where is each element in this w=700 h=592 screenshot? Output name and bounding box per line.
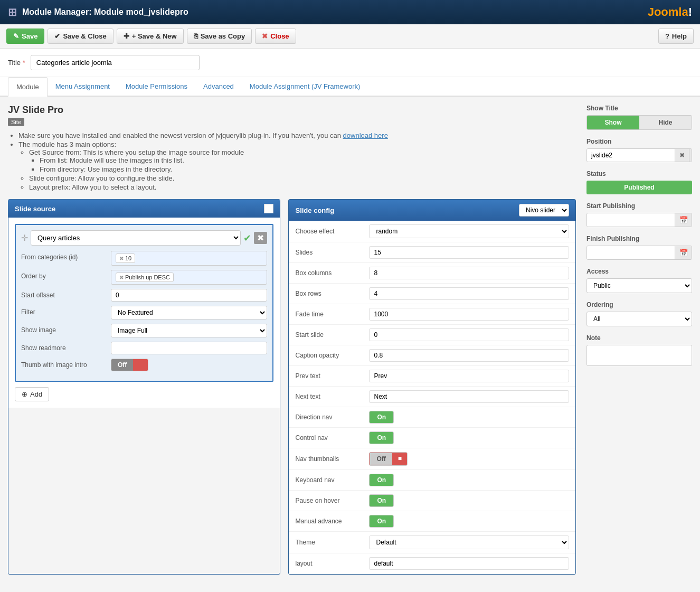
plus-circle-icon: ⊕ bbox=[22, 390, 27, 398]
thumb-intro-toggle[interactable]: Off bbox=[111, 359, 148, 371]
query-inner: ✛ Query articles ✔ ✖ From categories (id… bbox=[15, 224, 273, 382]
filter-select[interactable]: No Featured Featured bbox=[111, 306, 267, 320]
tab-advanced[interactable]: Advanced bbox=[195, 77, 242, 97]
position-clear-btn[interactable]: ✖ bbox=[675, 149, 689, 162]
nav-thumbs-off[interactable]: Off bbox=[370, 453, 392, 465]
orderby-tag-input[interactable]: ✖ Publish up DESC bbox=[111, 270, 267, 285]
save-new-button[interactable]: ✚ + Save & New bbox=[117, 29, 184, 44]
slide-source-body: ✛ Query articles ✔ ✖ From categories (id… bbox=[8, 218, 280, 408]
show-title-hide-btn[interactable]: Hide bbox=[639, 116, 692, 129]
copy-icon: ⎘ bbox=[194, 32, 198, 40]
tabs-bar: Module Menu Assignment Module Permission… bbox=[0, 77, 700, 97]
manual-advance-toggle[interactable]: On bbox=[369, 515, 394, 528]
slider-type-select[interactable]: Nivo slider bbox=[519, 204, 569, 217]
form-row-thumbintro: Thumb with image intro Off bbox=[21, 359, 267, 371]
theme-select[interactable]: Default bbox=[369, 535, 569, 549]
save-close-button[interactable]: ✔ Save & Close bbox=[48, 29, 113, 44]
thumb-intro-off[interactable]: Off bbox=[111, 359, 133, 371]
thumb-intro-on[interactable] bbox=[133, 359, 147, 371]
pause-hover-toggle[interactable]: On bbox=[369, 494, 394, 507]
keyboard-nav-toggle[interactable]: On bbox=[369, 474, 394, 486]
tab-module[interactable]: Module bbox=[8, 77, 48, 97]
position-input[interactable] bbox=[587, 149, 675, 162]
query-type-select[interactable]: Query articles bbox=[31, 230, 241, 246]
app-header: ⊞ Module Manager: Module mod_jvslidepro … bbox=[0, 0, 700, 24]
slide-source-panel: Slide source ✛ Query articles ✔ ✖ bbox=[8, 199, 280, 575]
config-row-boxrows: Box rows bbox=[289, 284, 575, 304]
position-dropdown-btn[interactable]: ▼ bbox=[689, 149, 692, 162]
title-input[interactable] bbox=[31, 55, 200, 70]
tab-module-permissions[interactable]: Module Permissions bbox=[118, 77, 195, 97]
joomla-logo: Joomla! bbox=[648, 5, 692, 19]
panels-row: Slide source ✛ Query articles ✔ ✖ bbox=[8, 199, 576, 575]
finish-publishing-input-wrap: 📅 bbox=[587, 246, 692, 260]
config-row-startslide: Start slide bbox=[289, 325, 575, 345]
pause-hover-on[interactable]: On bbox=[370, 495, 393, 506]
box-columns-input[interactable] bbox=[369, 267, 569, 279]
config-row-effect: Choose effect random bbox=[289, 221, 575, 242]
drag-handle-icon[interactable]: ✛ bbox=[21, 233, 28, 243]
query-remove-icon[interactable]: ✖ bbox=[254, 232, 267, 244]
tab-menu-assignment[interactable]: Menu Assignment bbox=[48, 77, 118, 97]
nav-thumbs-red[interactable]: ■ bbox=[393, 453, 407, 465]
keyboard-nav-on[interactable]: On bbox=[370, 474, 393, 486]
next-text-input[interactable] bbox=[369, 390, 569, 403]
config-row-slides: Slides bbox=[289, 242, 575, 263]
config-row-pausehover: Pause on hover On bbox=[289, 491, 575, 511]
start-publishing-calendar-btn[interactable]: 📅 bbox=[675, 213, 692, 227]
close-button[interactable]: ✖ Close bbox=[255, 29, 296, 44]
show-title-show-btn[interactable]: Show bbox=[587, 116, 639, 129]
module-info-list: Make sure you have installed and enabled… bbox=[8, 131, 576, 191]
module-title: JV Slide Pro bbox=[8, 105, 576, 116]
access-section: Access Public Registered Special bbox=[587, 268, 692, 293]
direction-nav-toggle[interactable]: On bbox=[369, 411, 394, 424]
form-row-categories: From categories (id) ✖ 10 bbox=[21, 251, 267, 266]
layout-input[interactable] bbox=[369, 557, 569, 570]
fade-time-input[interactable] bbox=[369, 308, 569, 321]
main-content: JV Slide Pro Site Make sure you have ins… bbox=[0, 97, 700, 582]
manual-advance-on[interactable]: On bbox=[370, 515, 393, 527]
slide-source-header: Slide source bbox=[8, 200, 280, 218]
direction-nav-on[interactable]: On bbox=[370, 411, 393, 423]
note-input[interactable] bbox=[587, 345, 692, 366]
slides-input[interactable] bbox=[369, 246, 569, 259]
download-link[interactable]: download here bbox=[343, 131, 388, 139]
tag-remove-icon[interactable]: ✖ bbox=[119, 256, 124, 261]
control-nav-on[interactable]: On bbox=[370, 432, 393, 444]
caption-opacity-input[interactable] bbox=[369, 349, 569, 362]
form-row-showimage: Show image Image Full bbox=[21, 324, 267, 337]
config-row-directionnav: Direction nav On bbox=[289, 407, 575, 428]
site-badge: Site bbox=[8, 118, 24, 126]
config-row-manualadvance: Manual advance On bbox=[289, 511, 575, 532]
header-title: ⊞ Module Manager: Module mod_jvslidepro bbox=[8, 6, 188, 18]
form-row-filter: Filter No Featured Featured bbox=[21, 306, 267, 320]
add-button[interactable]: ⊕ Add bbox=[15, 387, 49, 401]
start-slide-input[interactable] bbox=[369, 328, 569, 341]
finish-publishing-calendar-btn[interactable]: 📅 bbox=[675, 246, 692, 259]
query-confirm-icon[interactable]: ✔ bbox=[243, 232, 251, 244]
puzzle-icon: ⊞ bbox=[8, 6, 17, 18]
save-copy-button[interactable]: ⎘ Save as Copy bbox=[187, 29, 252, 44]
show-title-toggle[interactable]: Show Hide bbox=[587, 115, 692, 130]
start-offset-input[interactable] bbox=[111, 289, 267, 302]
orderby-tag-remove-icon[interactable]: ✖ bbox=[119, 275, 124, 280]
save-button[interactable]: ✎ Save bbox=[6, 29, 44, 44]
config-row-captionopacity: Caption opacity bbox=[289, 345, 575, 366]
start-publishing-input[interactable] bbox=[587, 213, 675, 227]
show-readmore-input[interactable] bbox=[111, 342, 267, 354]
finish-publishing-input[interactable] bbox=[587, 246, 675, 259]
categories-tag-input[interactable]: ✖ 10 bbox=[111, 251, 267, 266]
nav-thumbs-toggle[interactable]: Off ■ bbox=[369, 452, 408, 466]
control-nav-toggle[interactable]: On bbox=[369, 431, 394, 444]
box-rows-input[interactable] bbox=[369, 287, 569, 300]
ordering-select[interactable]: All bbox=[587, 312, 692, 326]
start-publishing-section: Start Publishing 📅 bbox=[587, 202, 692, 227]
show-image-select[interactable]: Image Full bbox=[111, 324, 267, 337]
tab-module-assignment-jv[interactable]: Module Assignment (JV Framework) bbox=[242, 77, 368, 97]
access-select[interactable]: Public Registered Special bbox=[587, 278, 692, 293]
help-button[interactable]: ? Help bbox=[658, 29, 694, 44]
toolbar: ✎ Save ✔ Save & Close ✚ + Save & New ⎘ S… bbox=[0, 24, 700, 49]
prev-text-input[interactable] bbox=[369, 370, 569, 382]
effect-select[interactable]: random bbox=[369, 224, 569, 238]
panel-expand-icon[interactable] bbox=[264, 204, 273, 213]
